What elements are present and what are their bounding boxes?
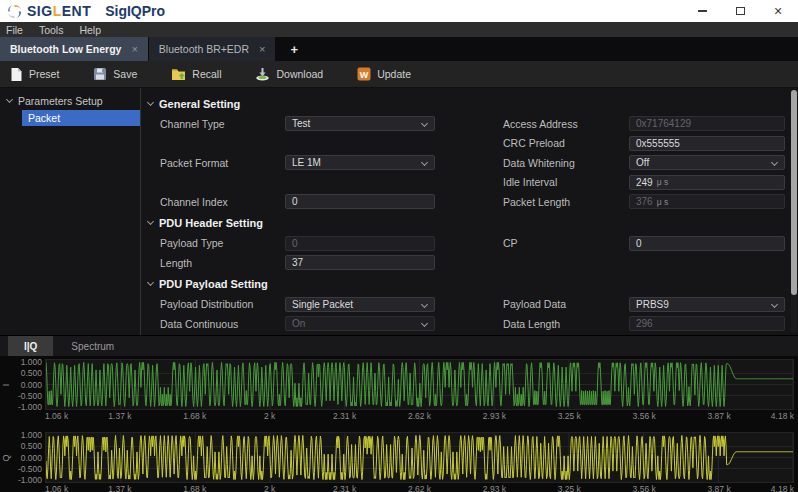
x-axis-labels: 1.06 k1.37 k1.68 k2 k2.31 k2.62 k2.93 k3… [45,483,794,492]
length-input[interactable]: 37 [285,255,435,270]
field-cell: 0x71764129 [629,116,785,131]
x-tick-label: 4.18 k [771,484,794,492]
recall-button[interactable]: Recall [171,67,221,81]
menu-file[interactable]: File [6,24,23,36]
save-button[interactable]: Save [93,67,137,81]
y-tick-label: 0.500 [21,368,42,378]
x-tick-label: 3.56 k [633,484,656,492]
maximize-icon [736,7,745,15]
payload-type-label: Payload Type [160,237,285,249]
viewer-tab-i-q[interactable]: I|Q [8,336,53,356]
y-axis-labels: 1.0000.5000.000-0.500-1.000 [12,432,45,483]
crc-preload-input[interactable]: 0x555555 [629,136,785,151]
payload-data-select[interactable]: PRBS9 [629,297,785,312]
x-tick-label: 3.25 k [558,484,581,492]
tab-close-icon[interactable]: × [259,43,265,55]
folder-icon [171,67,186,81]
y-axis-labels: 1.0000.5000.000-0.500-1.000 [12,359,45,410]
x-tick-label: 1.06 k [45,411,68,421]
viewer-tab-spectrum[interactable]: Spectrum [55,336,130,356]
data-whitening-select[interactable]: Off [629,155,785,170]
section-header-pdu-payload-setting[interactable]: PDU Payload Setting [148,274,790,295]
viewer-tab-bar: I|QSpectrum [0,336,798,356]
cp-input[interactable]: 0 [629,236,785,251]
channel-type-label: Channel Type [160,118,285,130]
y-tick-label: 1.000 [21,430,42,440]
x-tick-label: 2.62 k [408,484,431,492]
field-value: 37 [292,256,303,269]
x-tick-label: 2.62 k [408,411,431,421]
sidebar-root-parameters-setup[interactable]: Parameters Setup [0,92,140,110]
section-title: PDU Header Setting [159,217,263,229]
field-value: 0x71764129 [636,117,691,130]
x-tick-label: 2 k [264,411,275,421]
preset-button[interactable]: Preset [10,67,59,82]
title-bar: SIGLENT SigIQPro × [0,0,798,22]
x-tick-label: 4.18 k [771,411,794,421]
x-tick-label: 3.87 k [708,484,731,492]
form-row: Payload DistributionSingle PacketPayload… [148,295,790,315]
packet-format-label: Packet Format [160,157,285,169]
data-whitening-label: Data Whitening [503,157,629,169]
x-tick-label: 2 k [264,484,275,492]
sidebar-item-packet[interactable]: Packet [22,110,140,126]
x-tick-label: 1.68 k [183,411,206,421]
menu-tools[interactable]: Tools [39,24,64,36]
chevron-down-icon [421,320,428,327]
x-tick-label: 3.25 k [558,411,581,421]
y-tick-label: 0.000 [21,380,42,390]
app-logo: SIGLENT [6,3,91,20]
y-tick-label: 1.000 [21,357,42,367]
data-continuous-select: On [285,316,435,331]
brand-name: SIGLENT [27,3,91,19]
chevron-down-icon [147,279,154,286]
field-cell: 376μ s [629,194,785,209]
maximize-button[interactable] [734,5,746,17]
x-tick-label: 1.06 k [45,484,68,492]
new-tab-button[interactable]: + [276,37,312,61]
field-value: Off [636,156,649,169]
tab-bluetooth-low-energy[interactable]: Bluetooth Low Energy× [0,37,149,61]
channel-index-input[interactable]: 0 [285,194,435,209]
field-value: 0 [636,237,642,250]
packet-format-select[interactable]: LE 1M [285,155,435,170]
field-cell: On [285,316,435,331]
toolbar-button-label: Update [377,68,411,80]
chevron-down-icon [6,96,13,103]
section-header-general-setting[interactable]: General Setting [148,93,790,114]
menu-help[interactable]: Help [79,24,101,36]
field-cell: 37 [285,255,435,270]
x-tick-label: 3.56 k [633,411,656,421]
scrollbar-thumb[interactable] [791,90,797,295]
x-tick-label: 1.68 k [183,484,206,492]
form-row: Length37 [148,253,790,273]
idle-interval-input[interactable]: 249μ s [629,175,785,190]
payload-distribution-select[interactable]: Single Packet [285,297,435,312]
field-value: 249 [636,176,653,189]
vertical-scrollbar[interactable] [791,90,797,333]
chevron-down-icon [147,98,154,105]
channel-type-select[interactable]: Test [285,116,435,131]
form-row: Idle Interval249μ s [148,173,790,193]
data-length-label: Data Length [503,318,629,330]
field-unit: μ s [657,177,669,187]
minimize-button[interactable] [696,5,708,17]
tab-close-icon[interactable]: × [131,43,137,55]
i-waveform [45,359,794,410]
field-value: Single Packet [292,298,353,311]
toolbar-button-label: Preset [29,68,59,80]
tab-bluetooth-br-edr[interactable]: Bluetooth BR+EDR× [149,37,277,61]
toolbar-button-label: Save [113,68,137,80]
tab-label: Bluetooth BR+EDR [159,43,249,55]
section-header-pdu-header-setting[interactable]: PDU Header Setting [148,213,790,234]
field-cell: 0 [285,194,435,209]
x-tick-label: 1.37 k [108,411,131,421]
close-button[interactable]: × [772,5,784,17]
main-area: Parameters Setup Packet General SettingC… [0,88,798,335]
crc-preload-label: CRC Preload [503,137,629,149]
download-button[interactable]: Download [255,67,323,81]
section-title: General Setting [159,98,240,110]
data-continuous-label: Data Continuous [160,318,285,330]
field-cell: 296 [629,316,785,331]
update-button[interactable]: WUpdate [357,67,411,81]
